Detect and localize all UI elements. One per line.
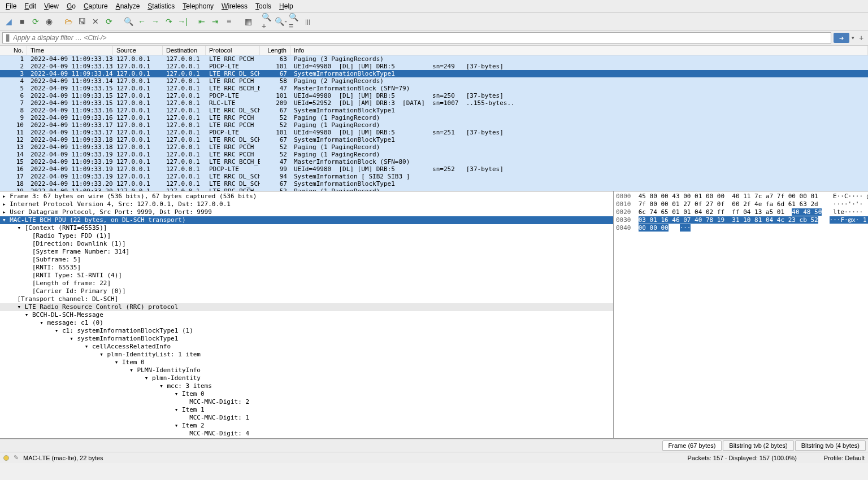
packet-details-tree[interactable]: ▸ Frame 3: 67 bytes on wire (536 bits), … bbox=[0, 191, 614, 438]
tree-node[interactable]: ▸ Frame 3: 67 bytes on wire (536 bits), … bbox=[0, 193, 613, 200]
autoscroll-icon[interactable]: ≡ bbox=[223, 15, 235, 28]
col-time[interactable]: Time bbox=[27, 46, 113, 55]
menu-tools[interactable]: Tools bbox=[252, 1, 275, 11]
packet-row[interactable]: 112022-04-09 11:09:33.176514127.0.0.1127… bbox=[0, 129, 868, 136]
close-file-icon[interactable]: ✕ bbox=[89, 15, 102, 28]
tree-node[interactable]: ▾ Item 2 bbox=[0, 422, 613, 430]
menu-file[interactable]: File bbox=[2, 1, 20, 11]
hex-line[interactable]: 0010 7f 00 00 01 27 0f 27 0f 00 2f 4e fa… bbox=[616, 200, 866, 208]
packet-row[interactable]: 192022-04-09 11:09:33.204514127.0.0.1127… bbox=[0, 187, 868, 191]
tree-node[interactable]: [Transport channel: DL-SCH] bbox=[0, 295, 613, 303]
menu-statistics[interactable]: Statistics bbox=[144, 1, 178, 11]
packet-row[interactable]: 62022-04-09 11:09:33.155514127.0.0.1127.… bbox=[0, 92, 868, 99]
tree-node[interactable]: [Carrier Id: Primary (0)] bbox=[0, 287, 613, 295]
prev-icon[interactable]: ← bbox=[136, 15, 148, 28]
find-icon[interactable]: 🔍 bbox=[122, 15, 134, 28]
col-info[interactable]: Info bbox=[290, 46, 868, 55]
packet-list-header[interactable]: No.TimeSourceDestinationProtocolLengthIn… bbox=[0, 46, 868, 55]
packet-row[interactable]: 92022-04-09 11:09:33.164514127.0.0.1127.… bbox=[0, 114, 868, 121]
menu-analyze[interactable]: Analyze bbox=[112, 1, 144, 11]
menu-capture[interactable]: Capture bbox=[80, 1, 111, 11]
tree-node[interactable]: ▾ mcc: 3 items bbox=[0, 382, 613, 390]
zoom-out-icon[interactable]: 🔍- bbox=[275, 15, 287, 28]
tree-node[interactable]: MCC-MNC-Digit: 4 bbox=[0, 430, 613, 438]
packet-row[interactable]: 122022-04-09 11:09:33.180514127.0.0.1127… bbox=[0, 136, 868, 143]
tree-node[interactable]: ▾ plmn-IdentityList: 1 item bbox=[0, 351, 613, 359]
reload-icon[interactable]: ⟳ bbox=[103, 15, 115, 28]
menu-edit[interactable]: Edit bbox=[21, 1, 40, 11]
menu-go[interactable]: Go bbox=[63, 1, 79, 11]
col-source[interactable]: Source bbox=[113, 46, 163, 55]
open-file-icon[interactable]: 🗁 bbox=[62, 15, 75, 28]
tree-node[interactable]: ▾ LTE Radio Resource Control (RRC) proto… bbox=[0, 303, 613, 311]
hex-line[interactable]: 0030 03 01 16 46 07 40 78 19 31 10 81 04… bbox=[616, 216, 866, 224]
packet-row[interactable]: 42022-04-09 11:09:33.144514127.0.0.1127.… bbox=[0, 77, 868, 85]
tree-node[interactable]: MCC-MNC-Digit: 2 bbox=[0, 398, 613, 406]
apply-filter-button[interactable]: ➔ bbox=[834, 33, 849, 43]
col-protocol[interactable]: Protocol bbox=[206, 46, 260, 55]
packet-row[interactable]: 32022-04-09 11:09:33.140514127.0.0.1127.… bbox=[0, 70, 868, 77]
tree-node[interactable]: [RNTI Type: SI-RNTI (4)] bbox=[0, 272, 613, 280]
menu-telephony[interactable]: Telephony bbox=[179, 1, 217, 11]
next-icon[interactable]: → bbox=[149, 15, 162, 28]
packet-row[interactable]: 152022-04-09 11:09:33.195514127.0.0.1127… bbox=[0, 158, 868, 165]
last-icon[interactable]: ⇥ bbox=[209, 15, 222, 28]
tree-node[interactable]: [Length of frame: 22] bbox=[0, 280, 613, 287]
options-icon[interactable]: ◉ bbox=[43, 15, 55, 28]
col-no[interactable]: No. bbox=[0, 46, 27, 55]
resize-cols-icon[interactable]: ⫼ bbox=[302, 15, 314, 28]
edit-icon[interactable]: ✎ bbox=[14, 454, 19, 461]
zoom-reset-icon[interactable]: 🔍= bbox=[288, 15, 301, 28]
tree-node[interactable]: [Subframe: 5] bbox=[0, 256, 613, 264]
bytes-tab[interactable]: Bitstring tvb (2 bytes) bbox=[723, 440, 793, 451]
packet-row[interactable]: 172022-04-09 11:09:33.196514127.0.0.1127… bbox=[0, 173, 868, 180]
zoom-in-icon[interactable]: 🔍+ bbox=[261, 15, 274, 28]
tree-node[interactable]: [RNTI: 65535] bbox=[0, 264, 613, 272]
tree-node[interactable]: ▾ MAC-LTE BCH PDU (22 bytes, on DL-SCH t… bbox=[0, 216, 613, 224]
tree-node[interactable]: ▾ systemInformationBlockType1 bbox=[0, 335, 613, 343]
bytes-tab[interactable]: Frame (67 bytes) bbox=[662, 440, 722, 451]
tree-node[interactable]: ▸ User Datagram Protocol, Src Port: 9999… bbox=[0, 208, 613, 216]
goto-icon[interactable]: →| bbox=[176, 15, 189, 28]
save-file-icon[interactable]: 🖫 bbox=[76, 15, 88, 28]
packet-row[interactable]: 52022-04-09 11:09:33.150514127.0.0.1127.… bbox=[0, 85, 868, 92]
hex-line[interactable]: 0000 45 00 00 43 00 01 00 00 40 11 7c a7… bbox=[616, 193, 866, 200]
tree-node[interactable]: ▾ Item 0 bbox=[0, 359, 613, 366]
jump-icon[interactable]: ↷ bbox=[163, 15, 175, 28]
packet-row[interactable]: 12022-04-09 11:09:33.134514127.0.0.1127.… bbox=[0, 55, 868, 63]
packet-row[interactable]: 82022-04-09 11:09:33.160514127.0.0.1127.… bbox=[0, 107, 868, 114]
tree-node[interactable]: ▾ c1: systemInformationBlockType1 (1) bbox=[0, 327, 613, 335]
tree-node[interactable]: ▾ mnc: 2 items bbox=[0, 438, 613, 438]
restart-capture-icon[interactable]: ⟳ bbox=[29, 15, 42, 28]
display-filter-input[interactable]: ▋ bbox=[2, 32, 831, 43]
stop-capture-icon[interactable]: ■ bbox=[16, 15, 28, 28]
packet-row[interactable]: 132022-04-09 11:09:33.184514127.0.0.1127… bbox=[0, 143, 868, 151]
packet-row[interactable]: 182022-04-09 11:09:33.200514127.0.0.1127… bbox=[0, 180, 868, 187]
filter-text-input[interactable] bbox=[13, 34, 827, 42]
tree-node[interactable]: ▾ Item 0 bbox=[0, 390, 613, 398]
col-length[interactable]: Length bbox=[260, 46, 290, 55]
packet-row[interactable]: 142022-04-09 11:09:33.194515127.0.0.1127… bbox=[0, 151, 868, 158]
col-destination[interactable]: Destination bbox=[163, 46, 206, 55]
tree-node[interactable]: ▾ BCCH-DL-SCH-Message bbox=[0, 311, 613, 319]
colorize-icon[interactable]: ▦ bbox=[242, 15, 254, 28]
tree-node[interactable]: ▾ Item 1 bbox=[0, 406, 613, 414]
tree-node[interactable]: [Direction: Downlink (1)] bbox=[0, 240, 613, 248]
tree-node[interactable]: ▾ message: c1 (0) bbox=[0, 319, 613, 327]
add-filter-button[interactable]: + bbox=[857, 33, 866, 42]
menu-wireless[interactable]: Wireless bbox=[218, 1, 251, 11]
tree-node[interactable]: ▾ cellAccessRelatedInfo bbox=[0, 343, 613, 351]
expert-info-led-icon[interactable] bbox=[3, 455, 9, 461]
start-capture-icon[interactable]: ◢ bbox=[2, 15, 15, 28]
packet-row[interactable]: 22022-04-09 11:09:33.136514127.0.0.1127.… bbox=[0, 63, 868, 70]
tree-node[interactable]: ▾ PLMN-IdentityInfo bbox=[0, 366, 613, 374]
tree-node[interactable]: [System Frame Number: 314] bbox=[0, 248, 613, 256]
filter-dropdown-icon[interactable]: ▾ bbox=[852, 35, 854, 41]
hex-line[interactable]: 0020 6c 74 65 01 01 04 02 ff ff 04 13 a5… bbox=[616, 208, 866, 216]
tree-node[interactable]: ▸ Internet Protocol Version 4, Src: 127.… bbox=[0, 200, 613, 208]
status-profile[interactable]: Profile: Default bbox=[824, 455, 865, 461]
tree-node[interactable]: ▾ plmn-Identity bbox=[0, 374, 613, 382]
packet-row[interactable]: 72022-04-09 11:09:33.156514127.0.0.1127.… bbox=[0, 99, 868, 107]
packet-bytes-hex[interactable]: 0000 45 00 00 43 00 01 00 00 40 11 7c a7… bbox=[614, 191, 868, 438]
tree-node[interactable]: MCC-MNC-Digit: 1 bbox=[0, 414, 613, 422]
